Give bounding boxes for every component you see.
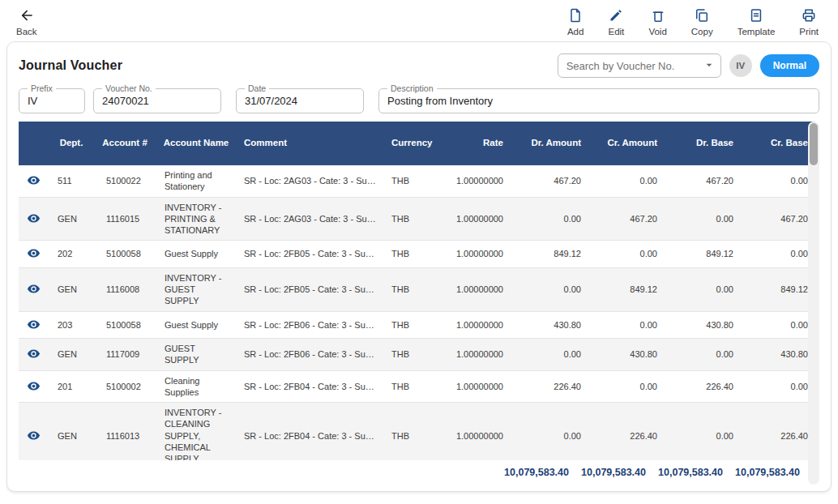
pencil-icon [608,7,624,26]
add-document-icon [567,7,584,26]
cell-dept: GEN [48,267,95,311]
view-row-button[interactable] [25,316,42,333]
table-row[interactable]: 203 5100058 Guest Supply SR - Loc: 2FB06… [19,311,814,338]
journal-entries-table: Dept.Account #Account NameCommentCurrenc… [19,122,814,460]
table-row[interactable]: GEN 1116015 INVENTORY - PRINTING & STATI… [19,197,814,241]
row-view-cell [19,311,48,338]
total-dr-base: 10,079,583.40 [652,467,729,478]
column-header-dr_base: Dr. Base [664,122,740,165]
voucher-no-field[interactable] [102,95,212,107]
top-toolbar: Back Add Edit Void [0,0,838,38]
cell-comment: SR - Loc: 2FB04 - Cate: 3 - SubCat... [237,370,385,403]
cell-dept: GEN [48,197,95,241]
table-row[interactable]: 202 5100058 Guest Supply SR - Loc: 2FB05… [19,241,814,267]
cell-account-name: Printing and Stationery [155,165,237,197]
cell-account: 1116015 [95,197,155,241]
template-icon [748,7,764,26]
table-row[interactable]: GEN 1116013 INVENTORY - CLEANING SUPPLY,… [19,403,814,460]
date-field[interactable] [245,95,355,107]
cell-dept: GEN [48,338,95,370]
prefix-field[interactable] [28,95,76,107]
template-label: Template [738,27,776,36]
status-normal-button[interactable]: Normal [760,54,819,77]
cell-dr-base: 0.00 [664,403,740,460]
column-header-dept: Dept. [48,122,95,165]
cell-account-name: INVENTORY - CLEANING SUPPLY, CHEMICAL SU… [155,403,237,460]
total-dr-amount: 10,079,583.40 [498,467,575,478]
back-button[interactable]: Back [16,7,37,36]
cell-cr-amount: 849.12 [588,267,664,311]
view-row-button[interactable] [25,245,42,262]
dropdown-caret-icon [703,58,716,74]
row-view-cell [19,403,48,460]
eye-icon [27,286,41,298]
cell-cr-base: 467.20 [740,197,814,241]
cell-cr-amount: 226.40 [588,403,664,460]
table-row[interactable]: GEN 1117009 GUEST SUPPLY SR - Loc: 2FB06… [19,338,814,370]
cell-cr-amount: 0.00 [588,370,664,403]
void-label: Void [648,27,666,36]
column-header-currency: Currency [385,122,442,165]
eye-icon [27,383,41,395]
voucher-form: Prefix Voucher No. Date Description [19,83,819,113]
cell-account-name: INVENTORY - GUEST SUPPLY [155,267,237,311]
column-header-view [19,122,48,165]
description-field[interactable] [387,95,810,107]
vertical-scrollbar-thumb[interactable] [810,123,818,165]
voucher-search-placeholder: Search by Voucher No. [567,60,675,72]
row-view-cell [19,241,48,267]
table-row[interactable]: 511 5100022 Printing and Stationery SR -… [19,165,814,197]
cell-currency: THB [385,311,442,338]
cell-comment: SR - Loc: 2FB05 - Cate: 3 - SubCat... [237,241,385,267]
column-header-rate: Rate [442,122,510,165]
table-row[interactable]: GEN 1116008 INVENTORY - GUEST SUPPLY SR … [19,267,814,311]
table-body: 511 5100022 Printing and Stationery SR -… [19,165,814,460]
add-label: Add [567,27,584,36]
table-header-row: Dept.Account #Account NameCommentCurrenc… [19,122,814,165]
cell-cr-base: 849.12 [740,267,814,311]
cell-currency: THB [385,197,442,241]
cell-currency: THB [385,370,442,403]
column-header-comment: Comment [237,122,385,165]
totals-row: 10,079,583.40 10,079,583.40 10,079,583.4… [19,460,806,485]
view-row-button[interactable] [25,427,42,444]
cell-account-name: Cleaning Supplies [155,370,237,403]
total-cr-amount: 10,079,583.40 [575,467,652,478]
cell-dr-amount: 467.20 [510,165,588,197]
cell-cr-base: 0.00 [740,370,814,403]
cell-cr-amount: 430.80 [588,338,664,370]
voucher-search-select[interactable]: Search by Voucher No. [558,53,721,78]
void-button[interactable]: Void [648,7,666,36]
copy-button[interactable]: Copy [691,7,713,36]
cell-currency: THB [385,267,442,311]
cell-dr-base: 849.12 [664,241,740,267]
cell-comment: SR - Loc: 2FB04 - Cate: 3 - SubCat... [237,403,385,460]
cell-account: 5100058 [95,311,155,338]
column-header-cr_base: Cr. Base [740,122,814,165]
cell-cr-base: 430.80 [740,338,814,370]
view-row-button[interactable] [25,345,42,362]
date-field-label: Date [245,83,269,93]
view-row-button[interactable] [25,210,42,227]
view-row-button[interactable] [25,378,42,395]
cell-account: 1116008 [95,267,155,311]
cell-comment: SR - Loc: 2FB06 - Cate: 3 - SubCat... [237,338,385,370]
cell-comment: SR - Loc: 2AG03 - Cate: 3 - SubCat... [237,165,385,197]
row-view-cell [19,165,48,197]
cell-dept: 201 [48,370,95,403]
cell-dr-amount: 849.12 [510,241,588,267]
table-row[interactable]: 201 5100002 Cleaning Supplies SR - Loc: … [19,370,814,403]
cell-cr-base: 226.40 [740,403,814,460]
cell-account: 5100022 [95,165,155,197]
view-row-button[interactable] [25,280,42,297]
cell-dept: GEN [48,403,95,460]
entries-table-zone: Dept.Account #Account NameCommentCurrenc… [19,122,819,485]
cell-account: 5100002 [95,370,155,403]
cell-account: 5100058 [95,241,155,267]
view-row-button[interactable] [25,172,42,189]
print-button[interactable]: Print [799,7,819,36]
template-button[interactable]: Template [738,7,776,36]
edit-button[interactable]: Edit [608,7,624,36]
vertical-scrollbar-track[interactable] [808,122,819,485]
add-button[interactable]: Add [567,7,584,36]
